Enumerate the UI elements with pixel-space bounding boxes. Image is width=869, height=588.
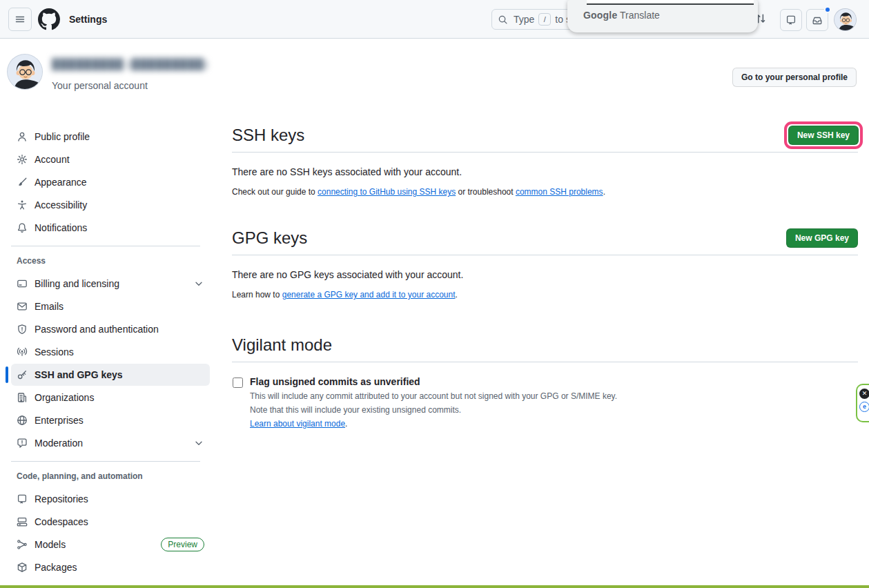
ssh-keys-heading: SSH keys — [232, 126, 304, 145]
repositories-header-button[interactable] — [780, 9, 802, 31]
sidebar-item-ssh-gpg-keys[interactable]: SSH and GPG keys — [11, 364, 210, 386]
profile-avatar[interactable] — [7, 54, 43, 90]
ssh-keys-section: SSH keys New SSH key There are no SSH ke… — [232, 126, 858, 197]
preview-badge: Preview — [161, 538, 204, 552]
sidebar-item-organizations[interactable]: Organizations — [11, 386, 210, 409]
sidebar-divider — [11, 461, 200, 462]
codespaces-icon — [17, 516, 28, 527]
sidebar-item-accessibility[interactable]: Accessibility — [11, 194, 210, 216]
sidebar-item-moderation[interactable]: Moderation — [11, 432, 210, 454]
sidebar-item-account[interactable]: Account — [11, 148, 210, 170]
google-translate-label[interactable]: Google Translate — [583, 10, 660, 21]
widget-translate-icon[interactable]: e — [859, 402, 869, 412]
search-icon — [498, 14, 508, 25]
comment-alert-icon — [17, 438, 28, 449]
account-type-label: Your personal account — [52, 80, 148, 91]
accessibility-icon — [17, 199, 28, 210]
vigilant-mode-link[interactable]: Learn about vigilant mode — [250, 419, 345, 429]
flag-unsigned-commits-label[interactable]: Flag unsigned commits as unverified — [250, 376, 420, 387]
sidebar-item-enterprises[interactable]: Enterprises — [11, 409, 210, 431]
vigilant-mode-description: This will include any commit attributed … — [250, 390, 858, 431]
mail-icon — [17, 301, 28, 312]
widget-close-icon[interactable]: ✕ — [859, 389, 869, 399]
new-gpg-key-button[interactable]: New GPG key — [786, 228, 858, 248]
sidebar-item-billing[interactable]: Billing and licensing — [11, 273, 210, 295]
popup-top-strip — [587, 0, 754, 5]
shield-icon — [17, 324, 28, 335]
ssh-empty-message: There are no SSH keys associated with yo… — [232, 166, 858, 177]
sidebar-item-public-profile[interactable]: Public profile — [11, 126, 210, 148]
key-icon — [17, 369, 28, 380]
chevron-down-icon — [193, 438, 204, 449]
sidebar-item-repositories[interactable]: Repositories — [11, 488, 210, 510]
inbox-icon — [812, 14, 823, 26]
hamburger-menu-button[interactable] — [8, 8, 32, 31]
sidebar-item-appearance[interactable]: Appearance — [11, 171, 210, 193]
unread-notification-dot — [824, 6, 831, 13]
user-avatar-button[interactable] — [834, 8, 857, 31]
sidebar-item-password-authentication[interactable]: Password and authentication — [11, 318, 210, 340]
gpg-guide-text: Learn how to generate a GPG key and add … — [232, 290, 858, 300]
sidebar-item-sessions[interactable]: Sessions — [11, 341, 210, 363]
credit-card-icon — [17, 278, 28, 289]
organization-icon — [17, 392, 28, 403]
global-header: Settings Type / to search Google Transla… — [0, 0, 869, 39]
vigilant-mode-section: Vigilant mode Flag unsigned commits as u… — [232, 335, 858, 431]
slash-key-hint: / — [538, 13, 551, 26]
tutorial-highlight-ring: New SSH key — [784, 121, 863, 149]
sidebar-section-access: Access — [11, 253, 210, 273]
go-to-personal-profile-button[interactable]: Go to your personal profile — [732, 68, 857, 87]
ssh-guide-text: Check out our guide to connecting to Git… — [232, 187, 858, 197]
sidebar-item-packages[interactable]: Packages — [11, 556, 210, 578]
models-icon — [17, 539, 28, 550]
google-translate-popup[interactable]: Google Translate — [567, 0, 758, 32]
gpg-keys-section: GPG keys New GPG key There are no GPG ke… — [232, 228, 858, 300]
repo-icon — [17, 493, 28, 504]
repo-bookmark-icon — [785, 14, 797, 26]
extension-side-widget[interactable]: ✕ e — [856, 384, 869, 422]
page-title: Settings — [69, 14, 107, 25]
gpg-empty-message: There are no GPG keys associated with yo… — [232, 269, 858, 280]
sidebar-divider — [11, 246, 200, 246]
globe-icon — [17, 415, 28, 426]
person-icon — [17, 131, 28, 142]
profile-avatar-image — [8, 55, 43, 90]
settings-sidebar: Public profile Account Appearance Access… — [6, 126, 210, 588]
github-logo-icon[interactable] — [38, 8, 60, 30]
ssh-guide-link[interactable]: connecting to GitHub using SSH keys — [318, 187, 456, 197]
gpg-keys-heading: GPG keys — [232, 228, 307, 248]
profile-header: █████████ (█████████) Your personal acco… — [0, 39, 869, 108]
username-redacted: █████████ (█████████) — [52, 58, 208, 70]
sidebar-item-models[interactable]: Models Preview — [11, 533, 210, 556]
ssh-problems-link[interactable]: common SSH problems — [516, 187, 603, 197]
avatar-image — [834, 9, 857, 31]
gpg-guide-link[interactable]: generate a GPG key and add it to your ac… — [282, 290, 456, 300]
bottom-highlight-bar — [0, 585, 869, 588]
new-ssh-key-button[interactable]: New SSH key — [788, 126, 859, 145]
sidebar-item-emails[interactable]: Emails — [11, 295, 210, 317]
paintbrush-icon — [17, 177, 28, 188]
bell-icon — [17, 222, 28, 233]
sidebar-section-code: Code, planning, and automation — [11, 469, 210, 488]
flag-unsigned-commits-checkbox[interactable] — [233, 378, 243, 388]
gear-icon — [17, 154, 28, 165]
broadcast-icon — [17, 346, 28, 357]
package-icon — [17, 562, 28, 573]
settings-content: SSH keys New SSH key There are no SSH ke… — [232, 126, 858, 588]
chevron-down-icon — [193, 278, 204, 289]
sidebar-item-codespaces[interactable]: Codespaces — [11, 511, 210, 533]
sidebar-item-notifications[interactable]: Notifications — [11, 217, 210, 239]
vigilant-mode-heading: Vigilant mode — [232, 335, 332, 355]
hamburger-icon — [14, 14, 26, 25]
